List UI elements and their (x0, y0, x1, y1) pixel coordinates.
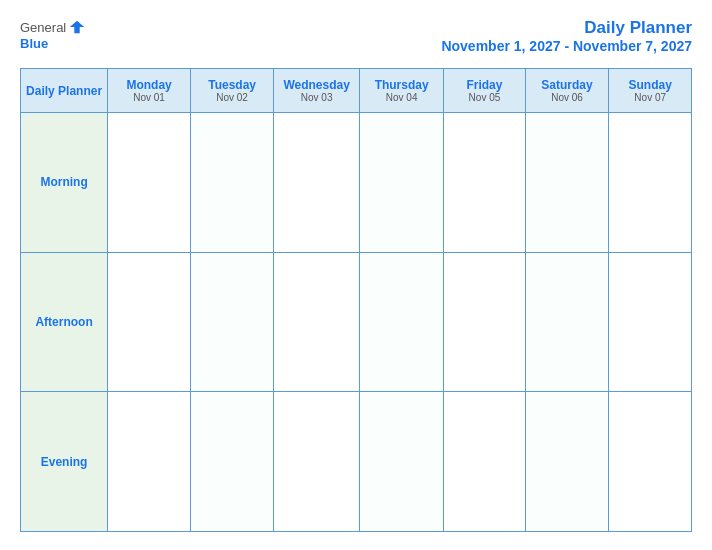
afternoon-row: Afternoon (21, 252, 692, 392)
sunday-header: Sunday Nov 07 (609, 69, 692, 113)
page-header: General Blue Daily Planner November 1, 2… (20, 18, 692, 54)
afternoon-label: Afternoon (21, 252, 108, 392)
tuesday-header: Tuesday Nov 02 (191, 69, 274, 113)
evening-monday[interactable] (108, 392, 191, 532)
logo-bird-icon (68, 18, 86, 36)
logo-general-text: General (20, 20, 66, 35)
morning-monday[interactable] (108, 113, 191, 253)
page-title: Daily Planner (441, 18, 692, 38)
morning-row: Morning (21, 113, 692, 253)
afternoon-monday[interactable] (108, 252, 191, 392)
evening-saturday[interactable] (525, 392, 609, 532)
logo-blue-text: Blue (20, 36, 48, 51)
afternoon-thursday[interactable] (360, 252, 444, 392)
title-area: Daily Planner November 1, 2027 - Novembe… (441, 18, 692, 54)
afternoon-wednesday[interactable] (274, 252, 360, 392)
thursday-header: Thursday Nov 04 (360, 69, 444, 113)
afternoon-tuesday[interactable] (191, 252, 274, 392)
planner-table: Daily Planner Monday Nov 01 Tuesday Nov … (20, 68, 692, 532)
evening-label: Evening (21, 392, 108, 532)
svg-marker-0 (70, 21, 84, 34)
logo-area: General Blue (20, 18, 86, 51)
evening-wednesday[interactable] (274, 392, 360, 532)
afternoon-sunday[interactable] (609, 252, 692, 392)
morning-saturday[interactable] (525, 113, 609, 253)
morning-wednesday[interactable] (274, 113, 360, 253)
wednesday-header: Wednesday Nov 03 (274, 69, 360, 113)
morning-sunday[interactable] (609, 113, 692, 253)
evening-friday[interactable] (444, 392, 526, 532)
morning-thursday[interactable] (360, 113, 444, 253)
morning-label: Morning (21, 113, 108, 253)
friday-header: Friday Nov 05 (444, 69, 526, 113)
morning-tuesday[interactable] (191, 113, 274, 253)
daily-planner-header: Daily Planner (21, 69, 108, 113)
afternoon-friday[interactable] (444, 252, 526, 392)
monday-header: Monday Nov 01 (108, 69, 191, 113)
evening-tuesday[interactable] (191, 392, 274, 532)
saturday-header: Saturday Nov 06 (525, 69, 609, 113)
table-header-row: Daily Planner Monday Nov 01 Tuesday Nov … (21, 69, 692, 113)
evening-thursday[interactable] (360, 392, 444, 532)
evening-row: Evening (21, 392, 692, 532)
afternoon-saturday[interactable] (525, 252, 609, 392)
morning-friday[interactable] (444, 113, 526, 253)
logo: General (20, 18, 86, 36)
date-range: November 1, 2027 - November 7, 2027 (441, 38, 692, 54)
evening-sunday[interactable] (609, 392, 692, 532)
